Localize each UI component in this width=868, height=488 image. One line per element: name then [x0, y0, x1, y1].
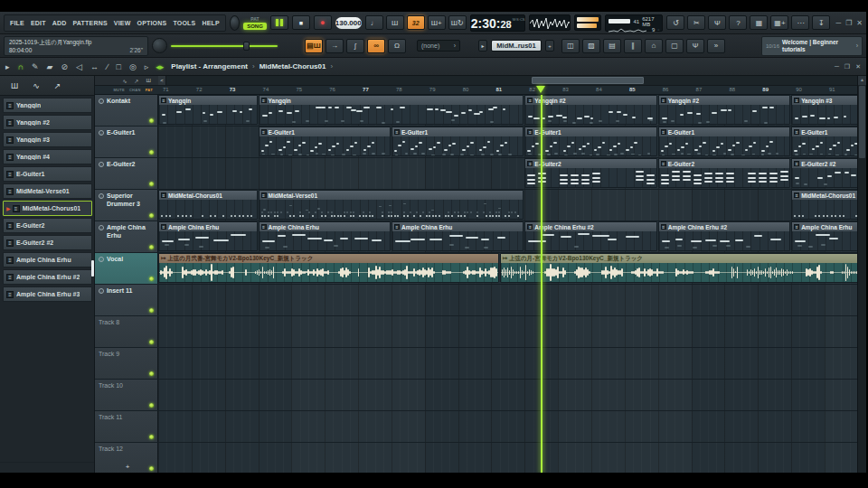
track-lock-icon[interactable]: i: [99, 193, 104, 199]
pattern-prev-button[interactable]: ▸: [478, 40, 487, 52]
microphone-button[interactable]: Ψ: [708, 15, 726, 30]
slice-tool-button[interactable]: ∕: [107, 62, 108, 71]
track-lock-icon[interactable]: i: [99, 99, 104, 104]
pattern-item-8[interactable]: ≡E-Guiter2: [3, 218, 92, 233]
track-header[interactable]: Track 8: [95, 316, 158, 347]
track-lane[interactable]: ≡E-Guiter1≡E-Guiter1≡E-Guiter1≡E-Guiter1…: [158, 127, 857, 157]
clip-header[interactable]: ≡Ample China Erhu #2: [525, 222, 656, 231]
link-button[interactable]: ∞: [367, 39, 385, 53]
menu-add[interactable]: ADD: [52, 20, 67, 26]
master-volume-slider[interactable]: [171, 42, 278, 51]
channel-rack-button[interactable]: ▤: [603, 39, 621, 53]
clip-Ample China Erhu #2[interactable]: ≡Ample China Erhu #2: [524, 221, 656, 251]
song-mode-button[interactable]: SONG: [243, 23, 267, 30]
menu-file[interactable]: FILE: [10, 20, 24, 26]
help-button[interactable]: ?: [729, 15, 747, 30]
metronome-hat-button[interactable]: Ω: [388, 39, 406, 53]
clip-↦ 上弦の月弐番-宮舞モカV2-Bpo130KeyC_新規トラック[interactable]: ↦ 上弦の月弐番-宮舞モカV2-Bpo130KeyC_新規トラック: [158, 253, 499, 283]
vertical-scrollbar[interactable]: ▲: [857, 76, 866, 473]
clip-E-Guiter1[interactable]: ≡E-Guiter1: [259, 127, 391, 156]
countdown-button[interactable]: 32: [407, 15, 425, 30]
pattern-item-10[interactable]: ≡Ample China Erhu: [3, 252, 92, 267]
clip-header[interactable]: ≡E-Guiter2: [525, 159, 656, 168]
clip-Ample China Erhu[interactable]: ≡Ample China Erhu: [259, 221, 391, 251]
close-button[interactable]: ✕: [856, 19, 863, 27]
draw-tool-button[interactable]: ✎: [32, 62, 39, 71]
playlist-minimize-button[interactable]: ─: [835, 63, 839, 70]
select-tool-button[interactable]: □: [116, 62, 120, 71]
clip-E-Guiter1[interactable]: ≡E-Guiter1: [791, 127, 857, 156]
add-track-button[interactable]: +: [120, 464, 135, 472]
clip-↦ 上弦の月-宮舞モカV2-Bpo130KeyC_新規トラック[interactable]: ↦ 上弦の月-宮舞モカV2-Bpo130KeyC_新規トラック: [500, 253, 857, 283]
snap-magnet-button[interactable]: ∩: [18, 62, 24, 71]
track-lane[interactable]: [158, 443, 857, 473]
picker-panel-button[interactable]: ◫: [561, 39, 580, 53]
menu-options[interactable]: OPTIONS: [137, 20, 166, 26]
download-button[interactable]: ↧: [812, 15, 830, 30]
scroll-up-button[interactable]: ▲: [858, 76, 866, 85]
pattern-item-3[interactable]: ≡Yangqin #3: [3, 132, 92, 147]
clip-header[interactable]: ≡Yangqin #3: [792, 96, 857, 105]
track-enable-led[interactable]: [149, 308, 154, 313]
pattern-item-12[interactable]: ≡Ample China Erhu #3: [3, 286, 92, 302]
track-lane[interactable]: [158, 411, 857, 442]
track-enable-led[interactable]: [149, 150, 154, 155]
track-lock-icon[interactable]: i: [99, 162, 104, 167]
clip-Ample China Erhu[interactable]: ≡Ample China Erhu: [392, 221, 524, 251]
clip-header[interactable]: ≡MidMetal-Chorus01: [792, 191, 857, 200]
pattern-item-9[interactable]: ≡E-Guiter2 #2: [3, 235, 92, 250]
pattern-item-11[interactable]: ≡Ample China Erhu #2: [3, 269, 92, 285]
track-lock-icon[interactable]: i: [99, 130, 104, 136]
track-enable-led[interactable]: [149, 340, 154, 344]
pattern-selector[interactable]: MidM..rus01: [491, 40, 542, 52]
paint-tool-button[interactable]: ▰: [47, 62, 53, 71]
track-header[interactable]: iInsert 11: [95, 285, 158, 315]
snap-selector[interactable]: (none) ›: [417, 40, 460, 52]
clip-MidMetal-Verse01[interactable]: ≡MidMetal-Verse01: [259, 190, 524, 220]
typing-to-piano-button[interactable]: ▤Ш: [305, 39, 323, 53]
track-header[interactable]: Track 9: [95, 348, 158, 379]
minimize-button[interactable]: ─: [835, 19, 841, 27]
mini-toolbar-icon[interactable]: ∿: [122, 78, 127, 84]
clip-Yangqin[interactable]: ≡Yangqin: [259, 95, 524, 125]
clip-header[interactable]: ≡Yangqin #2: [659, 96, 789, 105]
zoom-tool-button[interactable]: ◎: [129, 62, 137, 71]
clip-header[interactable]: ≡MidMetal-Verse01: [259, 191, 524, 200]
mini-toolbar-icon[interactable]: ↗: [134, 78, 138, 84]
touch-button[interactable]: »: [707, 39, 725, 53]
audio-tab[interactable]: ∿: [33, 81, 40, 90]
time-display[interactable]: 2:30: 28 M:S:CS: [470, 14, 526, 32]
slider-thumb[interactable]: [243, 42, 250, 51]
loop-record-button[interactable]: Ш+: [428, 15, 446, 30]
automation-tab[interactable]: ↗: [54, 81, 61, 90]
clip-header[interactable]: ≡Yangqin: [159, 96, 257, 105]
clip-E-Guiter2 #2[interactable]: ≡E-Guiter2 #2: [791, 158, 857, 188]
clip-header[interactable]: ≡E-Guiter2: [659, 159, 789, 168]
menu-patterns[interactable]: PATTERNS: [72, 20, 107, 26]
track-enable-led[interactable]: [149, 245, 154, 249]
playlist-maximize-button[interactable]: ❐: [844, 63, 850, 70]
clip-header[interactable]: ≡Yangqin: [259, 96, 524, 105]
track-enable-led[interactable]: [149, 277, 154, 281]
clip-Ample China Erhu[interactable]: ≡Ample China Erhu: [791, 221, 857, 251]
track-enable-led[interactable]: [149, 435, 154, 439]
track-lane[interactable]: ↦ 上弦の月弐番-宮舞モカV2-Bpo130KeyC_新規トラック↦ 上弦の月-…: [158, 253, 857, 284]
project-info-panel[interactable]: 2025-1019-上弦の月Yangqin.flp 80:04:00 2'26": [4, 36, 148, 56]
clip-header[interactable]: ≡E-Guiter2 #2: [792, 159, 857, 168]
main-pitch-knob[interactable]: [152, 38, 167, 53]
clip-E-Guiter1[interactable]: ≡E-Guiter1: [658, 127, 790, 156]
track-lane[interactable]: [158, 285, 857, 315]
track-enable-led[interactable]: [149, 213, 154, 218]
plugins-button[interactable]: Ψ: [686, 39, 704, 53]
pattern-item-1[interactable]: ≡Yangqin: [3, 98, 92, 113]
pattern-item-4[interactable]: ≡Yangqin #4: [3, 149, 92, 164]
clip-header[interactable]: ≡MidMetal-Chorus01: [159, 191, 257, 200]
track-lock-icon[interactable]: i: [99, 288, 104, 294]
stop-button[interactable]: ■: [292, 15, 310, 30]
maximize-button[interactable]: ❐: [845, 19, 852, 27]
slip-tool-button[interactable]: ↔: [90, 62, 99, 71]
picker-scrollbar-thumb[interactable]: [91, 260, 94, 277]
hint-panel[interactable]: 10/16 Welcome | Beginner tutorials ›: [761, 36, 863, 56]
clip-header[interactable]: ≡E-Guiter1: [259, 127, 390, 136]
mixer-button[interactable]: ∥: [624, 39, 642, 53]
